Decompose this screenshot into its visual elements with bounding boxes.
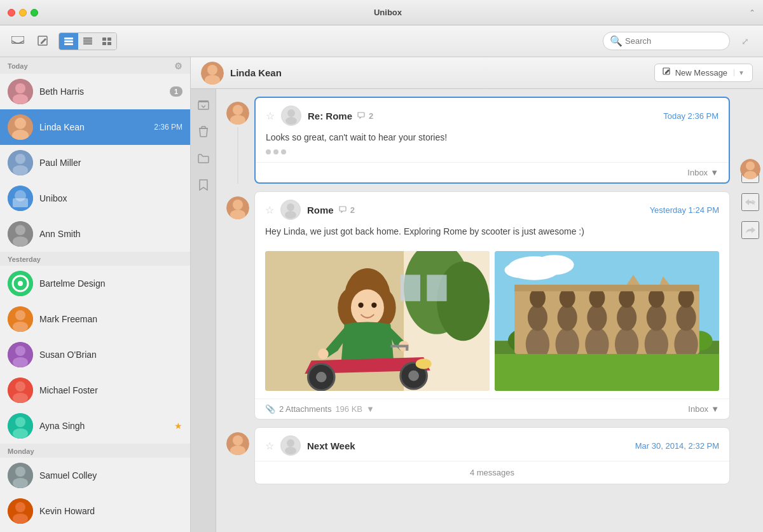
folder-action-button[interactable] bbox=[195, 150, 212, 167]
sidebar-item-linda-kean[interactable]: Linda Kean 2:36 PM bbox=[0, 109, 190, 145]
msg-footer-1: Inbox ▼ bbox=[256, 162, 729, 182]
svg-rect-120 bbox=[514, 285, 699, 291]
svg-rect-79 bbox=[427, 275, 446, 301]
item-name: Ayna Singh bbox=[39, 421, 168, 431]
item-name: Ann Smith bbox=[39, 229, 182, 239]
inbox2-dropdown-icon[interactable]: ▼ bbox=[711, 404, 719, 414]
attachment-dropdown-icon[interactable]: ▼ bbox=[366, 404, 375, 414]
next-week-time: Mar 30, 2014, 2:32 PM bbox=[635, 441, 719, 451]
sidebar-item-mark-freeman[interactable]: Mark Freeman bbox=[0, 301, 190, 337]
search-input[interactable] bbox=[625, 36, 723, 46]
item-info: Beth Harris bbox=[39, 86, 163, 97]
svg-point-20 bbox=[15, 154, 25, 164]
item-info: Michael Foster bbox=[39, 385, 182, 395]
compose-icon bbox=[663, 67, 671, 78]
item-info: Mark Freeman bbox=[39, 314, 182, 324]
svg-point-41 bbox=[15, 417, 25, 427]
svg-point-33 bbox=[13, 322, 28, 332]
dropdown-arrow-icon[interactable]: ▼ bbox=[734, 69, 745, 76]
svg-point-45 bbox=[13, 478, 28, 488]
view-toggle bbox=[58, 32, 117, 50]
msg-card-header: ☆ Re: Rome bbox=[256, 98, 729, 131]
avatar bbox=[8, 114, 33, 140]
thread-sender-avatar-1 bbox=[226, 102, 249, 125]
next-week-title: Next Week bbox=[307, 440, 629, 451]
svg-point-72 bbox=[285, 211, 296, 219]
view-list-button[interactable] bbox=[59, 33, 78, 50]
search-box[interactable]: 🔍 bbox=[603, 32, 730, 50]
sidebar-item-ayna-singh[interactable]: Ayna Singh ★ bbox=[0, 408, 190, 444]
item-name: Bartelme Design bbox=[39, 278, 182, 289]
msg-count-bar: 4 messages bbox=[255, 461, 729, 484]
main-content: Today ⚙ Beth Harris 1 bbox=[0, 57, 763, 532]
sidebar-item-bartelme-design[interactable]: Bartelme Design bbox=[0, 266, 190, 301]
item-name: Kevin Howard bbox=[39, 506, 182, 516]
sidebar-item-paul-miller[interactable]: Paul Miller bbox=[0, 145, 190, 181]
svg-rect-121 bbox=[495, 354, 719, 391]
svg-point-47 bbox=[15, 502, 25, 512]
svg-point-123 bbox=[233, 435, 243, 446]
archive-action-button[interactable] bbox=[195, 97, 212, 113]
star-button-3[interactable]: ☆ bbox=[265, 440, 274, 452]
message-card-3[interactable]: ☆ Next Week Mar 30, 2014, 2:32 PM bbox=[254, 427, 730, 484]
svg-point-44 bbox=[15, 467, 25, 477]
sidebar-item-samuel-colley[interactable]: Samuel Colley bbox=[0, 458, 190, 493]
item-name: Linda Kean bbox=[39, 122, 148, 132]
thread-sender-avatar-3 bbox=[226, 432, 249, 455]
inbox-dropdown-icon[interactable]: ▼ bbox=[710, 168, 718, 177]
svg-point-30 bbox=[18, 281, 23, 286]
sender-name: Linda Kean bbox=[230, 67, 648, 78]
message-card-1[interactable]: ☆ Re: Rome bbox=[254, 97, 730, 184]
star-button-1[interactable]: ☆ bbox=[266, 110, 275, 122]
svg-rect-7 bbox=[83, 41, 92, 43]
reply-all-button[interactable] bbox=[741, 193, 759, 211]
avatar bbox=[8, 186, 33, 211]
forward-button[interactable] bbox=[741, 221, 759, 239]
svg-rect-3 bbox=[64, 40, 73, 42]
sidebar-item-susan-obrian[interactable]: Susan O'Brian bbox=[0, 337, 190, 372]
svg-point-95 bbox=[534, 255, 574, 275]
window-controls[interactable]: ⌃ bbox=[749, 8, 755, 17]
image-scooter[interactable] bbox=[265, 251, 490, 391]
svg-rect-6 bbox=[83, 39, 92, 41]
minimize-button[interactable] bbox=[19, 9, 27, 17]
view-grid-button[interactable] bbox=[97, 33, 116, 50]
attachment-icon: 📎 bbox=[265, 404, 275, 414]
expand-icon-button[interactable]: ⤢ bbox=[735, 31, 755, 51]
thread-row-3: ☆ Next Week Mar 30, 2014, 2:32 PM bbox=[224, 427, 730, 484]
svg-point-86 bbox=[318, 349, 329, 360]
sidebar-item-unibox[interactable]: Unibox bbox=[0, 181, 190, 216]
filter-icon[interactable]: ⚙ bbox=[174, 61, 182, 71]
inbox-icon-button[interactable] bbox=[8, 31, 28, 51]
star-button-2[interactable]: ☆ bbox=[265, 204, 274, 216]
compose-icon-button[interactable] bbox=[33, 31, 53, 51]
avatar bbox=[8, 79, 33, 104]
save-action-button[interactable] bbox=[195, 177, 212, 193]
svg-point-35 bbox=[15, 346, 25, 356]
thread-count-1: 2 bbox=[357, 111, 373, 121]
close-button[interactable] bbox=[8, 9, 15, 17]
new-message-button[interactable]: New Message ▼ bbox=[654, 64, 753, 82]
sidebar-item-eightloops[interactable]: ∞ eightloops bbox=[0, 529, 190, 532]
maximize-button[interactable] bbox=[31, 9, 38, 17]
image-colosseum[interactable] bbox=[495, 251, 719, 391]
msg-sender-avatar-1 bbox=[281, 106, 301, 126]
sidebar-item-kevin-howard[interactable]: Kevin Howard bbox=[0, 493, 190, 529]
svg-rect-12 bbox=[107, 42, 111, 45]
sidebar-item-michael-foster[interactable]: Michael Foster bbox=[0, 372, 190, 408]
view-compact-button[interactable] bbox=[78, 33, 97, 50]
message-content[interactable]: ☆ Re: Rome bbox=[216, 89, 738, 532]
sidebar-item-ann-smith[interactable]: Ann Smith bbox=[0, 216, 190, 252]
delete-action-button[interactable] bbox=[195, 123, 212, 140]
item-name: Michael Foster bbox=[39, 385, 182, 395]
message-card-2[interactable]: ☆ Rome bbox=[254, 191, 730, 419]
svg-point-15 bbox=[13, 94, 28, 104]
item-info: Samuel Colley bbox=[39, 470, 182, 481]
avatar bbox=[8, 150, 33, 175]
svg-point-55 bbox=[207, 65, 217, 75]
svg-point-42 bbox=[13, 428, 28, 439]
svg-point-48 bbox=[13, 514, 28, 524]
sidebar-item-beth-harris[interactable]: Beth Harris 1 bbox=[0, 74, 190, 109]
svg-point-83 bbox=[351, 289, 384, 326]
item-name: Beth Harris bbox=[39, 86, 163, 97]
